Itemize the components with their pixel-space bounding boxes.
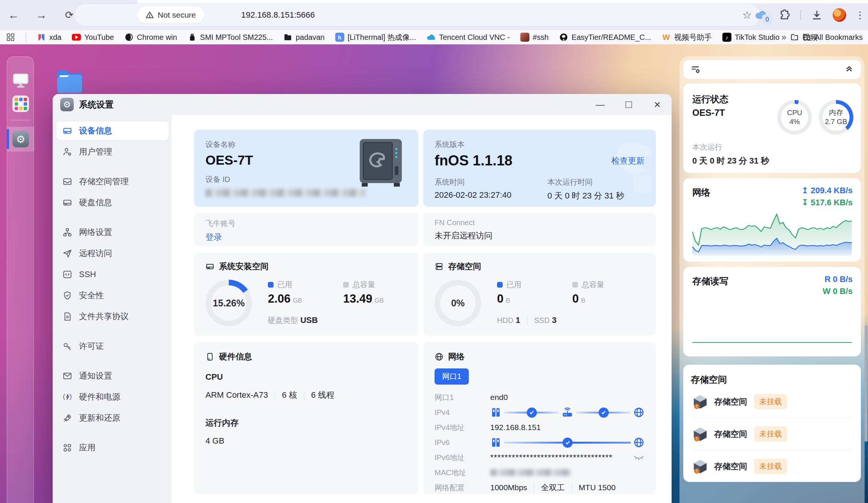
dock-appcenter-button[interactable] (12, 95, 29, 112)
minimize-button[interactable]: — (593, 97, 608, 112)
apps-grid-icon[interactable] (6, 33, 15, 42)
login-link[interactable]: 登录 (205, 232, 222, 243)
bookmarks-overflow-icon[interactable]: » (781, 32, 786, 42)
chrome-menu-icon[interactable]: ⋮ (855, 9, 865, 21)
device-id-blurred (205, 189, 365, 197)
download-icon: ↧ (801, 198, 808, 207)
hardware-title: 硬件信息 (219, 351, 252, 362)
nav-update-restore[interactable]: 更新和还原 (56, 408, 169, 429)
nas-device-image (357, 138, 405, 189)
storage-item-row[interactable]: ! 存储空间 未挂载 (691, 450, 853, 482)
xda-icon (37, 33, 46, 42)
network-chart (692, 208, 852, 256)
all-bookmarks-folder-icon (802, 33, 811, 42)
bookmarks-separator-right (794, 33, 795, 42)
settings-gear-icon: ⚙ (12, 131, 29, 147)
install-used-label: 已用 (277, 280, 292, 290)
monitor-panel: 运行状态 OES-7T CPU4% 内存2.7 GB 本次运行 0 天 0 时 … (680, 56, 865, 503)
install-total-label: 总容量 (353, 280, 375, 290)
nav-ssh[interactable]: SSH (56, 264, 169, 285)
list-settings-icon[interactable] (690, 64, 701, 75)
cpu-percent: 4% (789, 117, 800, 126)
bookmark-channels-helper[interactable]: W 视频号助手 (662, 32, 712, 42)
nav-storage-pool[interactable]: 存储空间管理 (56, 171, 169, 192)
ssh-image-icon (520, 33, 529, 42)
bookmark-ssh[interactable]: #ssh (520, 33, 549, 42)
bookmark-padavan[interactable]: padavan (283, 33, 325, 42)
page-scrollbar-thumb[interactable] (865, 325, 868, 442)
nav-security[interactable]: 安全性 (56, 285, 169, 306)
nav-remote-access[interactable]: 远程访问 (56, 243, 169, 264)
nav-apps[interactable]: 应用 (56, 437, 169, 458)
youtube-icon (72, 33, 81, 42)
screen: ← → ⟳ Not secure 192.168.8.151:5666 ☆ 0 (0, 0, 868, 503)
security-chip[interactable]: Not secure (137, 7, 204, 23)
mail-icon (62, 371, 72, 381)
cloud-extension-icon[interactable]: 0 (755, 8, 769, 22)
net-mtu: MTU 1500 (579, 483, 616, 492)
nav-disk-info[interactable]: 硬盘信息 (56, 192, 169, 213)
nav-file-sharing[interactable]: 文件共享协议 (56, 306, 169, 327)
bookmark-tiktok-studio[interactable]: ♪ TikTok Studio (722, 33, 780, 42)
install-percent: 15.26% (213, 298, 245, 309)
storage-item-row[interactable]: ! 存储空间 未挂载 (691, 418, 853, 450)
check-icon (529, 410, 534, 415)
lithermal-icon: h (335, 33, 344, 42)
upload-icon: ↥ (801, 186, 808, 195)
toolbar-separator (800, 10, 801, 20)
cpu-label: CPU (205, 372, 407, 382)
bookmark-youtube[interactable]: YouTube (72, 33, 114, 42)
app-grid-icon (12, 95, 29, 112)
bookmark-smi-mptool[interactable]: SMI MPTool SM225... (188, 33, 273, 42)
system-time-value: 2026-02-02 23:27:40 (435, 190, 547, 200)
close-button[interactable]: × (650, 97, 665, 112)
bookmark-xda[interactable]: xda (37, 33, 61, 42)
monitor-topbar (683, 60, 861, 79)
security-label: Not secure (158, 11, 196, 20)
address-bar[interactable]: Not secure 192.168.8.151:5666 ☆ (74, 4, 760, 26)
dock-desktop-button[interactable] (12, 72, 29, 89)
ipv6-addr-masked: ********************************** (490, 453, 633, 462)
cpu-cores: 6 核 (282, 390, 297, 400)
back-icon[interactable]: ← (4, 5, 23, 25)
dock-settings-button[interactable]: ⚙ (12, 130, 29, 148)
storage-item-row[interactable]: ! 存储空间 未挂载 (691, 386, 853, 418)
profile-avatar[interactable] (833, 8, 846, 22)
nav-notifications[interactable]: 通知设置 (56, 365, 169, 386)
nav-hardware-power[interactable]: 硬件和电源 (56, 386, 169, 408)
forward-icon[interactable]: → (32, 5, 51, 25)
bookmark-chrome-win[interactable]: Chrome win (125, 33, 177, 42)
nav-network-settings[interactable]: 网络设置 (56, 222, 169, 243)
maximize-button[interactable]: □ (621, 97, 636, 112)
globe-dark-icon (125, 33, 134, 42)
all-bookmarks-button[interactable]: All Bookmarks (802, 33, 863, 42)
disk-type-value: USB (300, 315, 318, 325)
key-icon (62, 341, 72, 351)
ram-value: 4 GB (205, 436, 407, 446)
nav-license[interactable]: 许可证 (56, 336, 169, 357)
port-tab[interactable]: 网口1 (435, 368, 469, 385)
collapse-chevrons-icon[interactable] (844, 65, 854, 74)
nav-user-management[interactable]: 用户管理 (56, 141, 169, 162)
downloads-icon[interactable] (810, 8, 824, 22)
bookmark-lithermal[interactable]: h [LiThermal] 热成像... (335, 32, 416, 42)
version-value: fnOS 1.1.18 (435, 153, 512, 169)
nav-device-info[interactable]: 设备信息 (56, 121, 169, 140)
check-update-link[interactable]: 检查更新 (611, 155, 645, 167)
bookmark-tencent-vnc[interactable]: Tencent Cloud VNC - (427, 33, 510, 42)
storage-monitor-title: 存储空间 (691, 374, 853, 386)
storage-used-value: 0 (497, 292, 503, 305)
eye-closed-icon[interactable] (633, 454, 645, 461)
net-config-label: 网络配置 (435, 483, 490, 493)
window-gear-icon: ⚙ (60, 98, 74, 111)
extensions-puzzle-icon[interactable] (778, 8, 791, 22)
bookmark-easytier[interactable]: EasyTier/README_C... (559, 33, 651, 42)
storage-space-icon (435, 262, 444, 271)
bookmark-star-icon[interactable]: ☆ (742, 9, 752, 21)
storage-monitor-card: 存储空间 ! 存储空间 未挂载 ! 存储空间 未挂载 ! 存储空间 未挂载 (683, 365, 861, 482)
window-titlebar[interactable]: ⚙ 系统设置 — □ × (53, 94, 672, 115)
files-app-icon[interactable] (55, 67, 84, 98)
settings-window: ⚙ 系统设置 — □ × 设备信息 用户管理 (53, 94, 672, 503)
router-icon (561, 407, 573, 418)
url-text[interactable]: 192.168.8.151:5666 (241, 10, 315, 20)
